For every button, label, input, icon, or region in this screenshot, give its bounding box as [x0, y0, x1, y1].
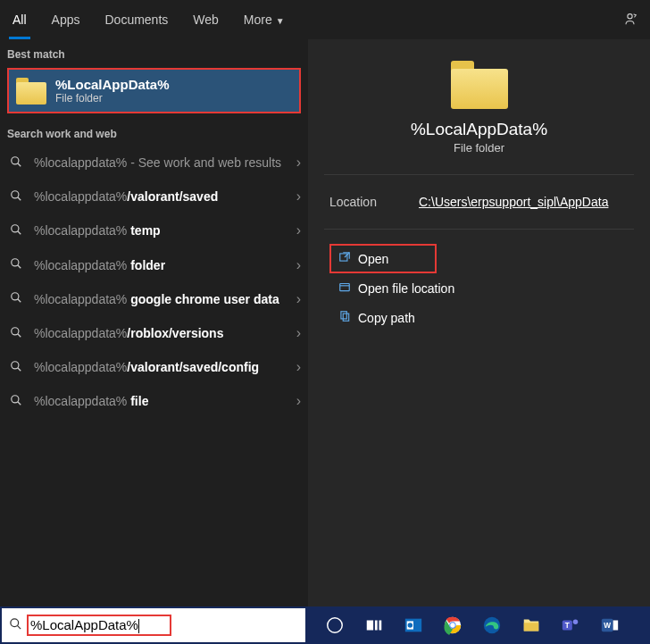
svg-point-6 — [12, 327, 19, 334]
chevron-right-icon[interactable]: › — [296, 257, 301, 273]
chevron-right-icon[interactable]: › — [296, 393, 301, 409]
svg-point-8 — [12, 396, 19, 403]
search-icon — [7, 326, 25, 341]
action-copy-path[interactable]: Copy path — [329, 303, 629, 332]
file-explorer-icon[interactable] — [512, 606, 550, 644]
chevron-right-icon[interactable]: › — [296, 155, 301, 171]
svg-point-20 — [408, 623, 413, 628]
folder-open-icon — [338, 280, 358, 296]
divider — [324, 229, 634, 230]
best-match-subtitle: File folder — [55, 92, 170, 105]
svg-rect-15 — [367, 621, 373, 631]
suggestion-item[interactable]: %localappdata% file› — [0, 384, 308, 418]
suggestion-item[interactable]: %localappdata%/roblox/versions› — [0, 316, 308, 350]
svg-point-14 — [328, 618, 343, 633]
svg-point-0 — [628, 14, 632, 19]
suggestion-text: %localappdata% - See work and web result… — [34, 155, 289, 171]
svg-rect-12 — [343, 314, 348, 321]
location-value[interactable]: C:\Users\erpsupport_sipl\AppData — [419, 195, 608, 209]
folder-icon — [451, 61, 508, 109]
search-icon — [7, 291, 25, 306]
chrome-icon[interactable] — [434, 606, 471, 644]
tab-apps[interactable]: Apps — [39, 0, 93, 39]
svg-point-4 — [12, 259, 19, 266]
action-open-label: Open — [358, 252, 388, 266]
preview-panel: %LocalAppData% File folder Location C:\U… — [308, 39, 650, 606]
search-icon — [7, 257, 25, 272]
svg-rect-25 — [524, 623, 539, 631]
chevron-right-icon[interactable]: › — [296, 325, 301, 341]
svg-point-7 — [12, 361, 19, 368]
suggestion-item[interactable]: %localappdata% - See work and web result… — [0, 146, 308, 180]
chevron-right-icon[interactable]: › — [296, 359, 301, 375]
task-view-icon[interactable] — [355, 606, 393, 644]
word-icon[interactable]: W — [591, 606, 629, 644]
search-input[interactable]: %LocalAppData% — [29, 617, 139, 633]
suggestion-item[interactable]: %localappdata% google chrome user data› — [0, 282, 308, 316]
search-icon — [2, 617, 29, 633]
svg-point-28 — [573, 620, 579, 625]
search-icon — [7, 360, 25, 375]
chevron-right-icon[interactable]: › — [296, 222, 301, 238]
svg-point-13 — [10, 619, 18, 627]
tabs-bar: All Apps Documents Web More▼ — [0, 0, 650, 39]
tab-web[interactable]: Web — [180, 0, 231, 39]
preview-subtitle: File folder — [454, 141, 504, 155]
folder-icon — [16, 78, 46, 105]
best-match-title: %LocalAppData% — [55, 77, 170, 92]
svg-text:T: T — [565, 622, 570, 630]
search-icon — [7, 189, 25, 205]
taskbar: %LocalAppData% T W — [0, 606, 650, 644]
feedback-icon[interactable] — [623, 0, 639, 39]
suggestion-text: %localappdata%/valorant/saved/config — [34, 359, 289, 375]
cortana-icon[interactable] — [316, 606, 354, 644]
svg-point-5 — [12, 293, 19, 300]
svg-point-3 — [12, 225, 19, 232]
suggestion-item[interactable]: %localappdata%/valorant/saved/config› — [0, 350, 308, 384]
action-copy-path-label: Copy path — [358, 311, 415, 325]
suggestion-item[interactable]: %localappdata%/valorant/saved› — [0, 180, 308, 213]
location-label: Location — [329, 195, 419, 209]
suggestion-text: %localappdata% file — [34, 393, 289, 409]
chevron-right-icon[interactable]: › — [296, 188, 301, 205]
suggestion-text: %localappdata% temp — [34, 222, 289, 238]
action-open-location[interactable]: Open file location — [329, 273, 629, 303]
suggestion-text: %localappdata%/roblox/versions — [34, 325, 289, 341]
tab-documents[interactable]: Documents — [92, 0, 180, 39]
suggestion-text: %localappdata% folder — [34, 257, 289, 273]
best-match-item[interactable]: %LocalAppData% File folder — [7, 68, 301, 113]
results-panel: Best match %LocalAppData% File folder Se… — [0, 39, 308, 606]
svg-rect-10 — [340, 284, 350, 291]
svg-text:W: W — [604, 622, 611, 630]
divider — [324, 174, 634, 175]
search-icon — [7, 394, 25, 409]
search-icon — [7, 223, 25, 238]
search-box[interactable]: %LocalAppData% — [2, 608, 305, 642]
section-search-web: Search work and web — [0, 119, 308, 146]
action-open-location-label: Open file location — [358, 281, 454, 296]
teams-icon[interactable]: T — [552, 606, 589, 644]
svg-point-2 — [12, 191, 19, 198]
svg-rect-9 — [340, 254, 347, 261]
svg-rect-31 — [613, 621, 619, 631]
tab-more[interactable]: More▼ — [231, 0, 297, 39]
section-best-match: Best match — [0, 39, 308, 66]
svg-rect-17 — [379, 621, 382, 631]
copy-icon — [338, 310, 358, 325]
suggestion-item[interactable]: %localappdata% temp› — [0, 213, 308, 247]
search-icon — [7, 155, 25, 171]
tab-all[interactable]: All — [0, 0, 39, 39]
open-icon — [338, 251, 358, 266]
action-open[interactable]: Open — [329, 244, 437, 273]
suggestion-text: %localappdata% google chrome user data — [34, 291, 289, 307]
outlook-icon[interactable] — [395, 606, 432, 644]
svg-point-1 — [12, 156, 19, 163]
svg-rect-11 — [341, 312, 346, 319]
edge-icon[interactable] — [473, 606, 511, 644]
suggestion-text: %localappdata%/valorant/saved — [34, 188, 289, 205]
svg-rect-16 — [375, 621, 378, 631]
suggestion-item[interactable]: %localappdata% folder› — [0, 248, 308, 282]
chevron-right-icon[interactable]: › — [296, 291, 301, 307]
svg-point-23 — [450, 623, 455, 628]
preview-title: %LocalAppData% — [411, 120, 547, 139]
